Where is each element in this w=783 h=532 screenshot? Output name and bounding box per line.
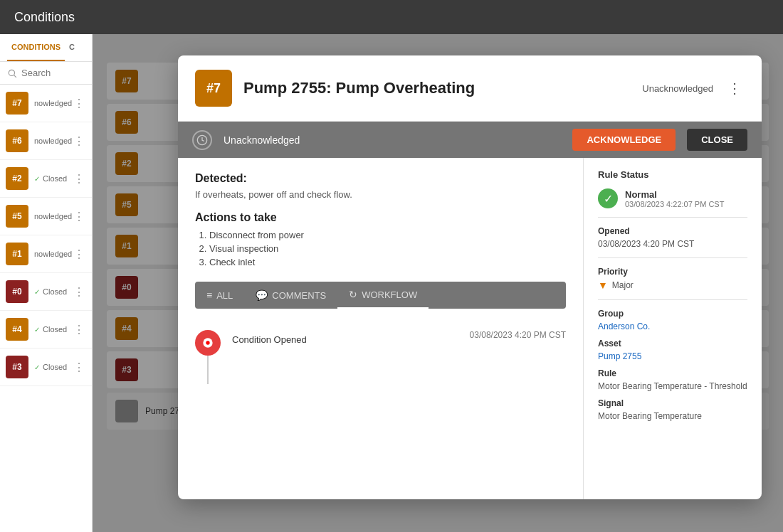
action-item: Check inlet [209,257,566,267]
condition-info: nowledged [34,250,66,258]
condition-badge: #3 [6,356,28,378]
list-item[interactable]: #0 ✓ Closed ⋮ [0,273,92,311]
priority-label: Priority [598,267,747,277]
condition-badge: #1 [6,243,28,265]
search-input[interactable] [21,68,78,78]
top-bar: Conditions [0,0,783,34]
list-item[interactable]: #6 nowledged ⋮ [0,122,92,160]
timeline-item: Condition Opened 03/08/2023 4:20 PM CST [195,323,566,391]
action-item: Disconnect from power [209,230,566,240]
more-button[interactable]: ⋮ [72,321,86,338]
timeline-icon-wrap [195,330,221,384]
condition-info: nowledged [34,137,66,145]
group-label: Group [598,309,747,319]
acknowledge-button[interactable]: ACKNOWLEDGE [572,129,676,151]
condition-status: ✓ Closed [34,325,66,334]
condition-status: nowledged [34,212,66,220]
condition-info: ✓ Closed [34,325,66,334]
main-area: CONDITIONS C #7 nowledged ⋮ #6 nowledg [0,34,783,532]
list-item[interactable]: #4 ✓ Closed ⋮ [0,311,92,349]
condition-info: nowledged [34,99,66,107]
tab-workflow[interactable]: ↻ WORKFLOW [337,282,429,309]
close-button[interactable]: CLOSE [687,129,747,151]
list-item[interactable]: #7 nowledged ⋮ [0,85,92,122]
list-item[interactable]: #3 ✓ Closed ⋮ [0,349,92,386]
detected-description: If overheats, power off and check flow. [195,189,566,200]
sidebar-tabs: CONDITIONS C [0,34,92,62]
rule-label: Rule [598,368,747,378]
condition-badge: #6 [6,129,28,152]
condition-list: #7 nowledged ⋮ #6 nowledged ⋮ #2 ✓ Close… [0,85,92,532]
timeline: Condition Opened 03/08/2023 4:20 PM CST [195,323,566,391]
rule-status-row: ✓ Normal 03/08/2023 4:22:07 PM CST [598,188,747,208]
tab-all[interactable]: ≡ ALL [195,282,244,309]
condition-info: ✓ Closed [34,287,66,296]
condition-badge: #2 [6,167,28,190]
modal-right-panel: Rule Status ✓ Normal 03/08/2023 4:22:07 … [584,158,762,499]
group-link[interactable]: Anderson Co. [598,321,747,331]
modal-left-panel: Detected: If overheats, power off and ch… [178,158,584,499]
condition-status: nowledged [34,137,66,145]
more-button[interactable]: ⋮ [72,208,86,225]
modal-header-status: Unacknowledged [642,83,713,94]
priority-value: Major [612,280,634,290]
tab-conditions[interactable]: CONDITIONS [7,34,65,61]
timeline-time: 03/08/2023 4:20 PM CST [466,330,566,340]
timeline-icon [195,330,221,356]
more-button[interactable]: ⋮ [72,133,86,149]
condition-badge: #5 [6,205,28,228]
modal-title: Pump 2755: Pump Overheating [243,79,631,97]
status-icon [192,130,212,150]
opened-value: 03/08/2023 4:20 PM CST [598,239,747,249]
detected-label: Detected: [195,172,566,185]
actions-list: Disconnect from power Visual inspection … [195,230,566,267]
rule-status-date: 03/08/2023 4:22:07 PM CST [625,200,724,208]
tab-workflow-label: WORKFLOW [362,289,417,300]
more-button[interactable]: ⋮ [72,359,86,376]
list-item[interactable]: #2 ✓ Closed ⋮ [0,160,92,198]
tab-other[interactable]: C [65,34,79,61]
modal-header: #7 Pump 2755: Pump Overheating Unacknowl… [178,55,762,122]
signal-label: Signal [598,398,747,408]
action-item: Visual inspection [209,243,566,254]
asset-link[interactable]: Pump 2755 [598,351,747,361]
more-button[interactable]: ⋮ [72,95,86,112]
condition-info: ✓ Closed [34,174,66,183]
condition-badge: #4 [6,318,28,341]
more-button[interactable]: ⋮ [72,171,86,187]
tab-comments[interactable]: 💬 COMMENTS [244,282,337,309]
right-area: + #7 Unacknowledged ⋮ #6 nowledged ⋮ #2 … [93,34,783,532]
divider [598,257,747,258]
modal-badge: #7 [195,70,232,107]
comment-icon: 💬 [256,289,268,301]
rule-status-title: Rule Status [598,169,747,180]
actions-title: Actions to take [195,211,566,224]
rule-value: Motor Bearing Temperature - Threshold [598,381,747,391]
list-item[interactable]: #5 nowledged ⋮ [0,198,92,235]
list-item[interactable]: #1 nowledged ⋮ [0,235,92,273]
condition-status: ✓ Closed [34,363,66,371]
list-icon: ≡ [206,289,212,301]
priority-row: ▼ Major [598,280,747,291]
modal-more-button[interactable]: ⋮ [725,77,745,100]
signal-value: Motor Bearing Temperature [598,411,747,421]
tab-comments-label: COMMENTS [272,290,326,301]
asset-label: Asset [598,339,747,349]
divider [598,217,747,218]
rule-status-normal: Normal [625,189,724,200]
svg-point-0 [9,70,14,75]
tab-all-label: ALL [216,290,233,301]
timeline-event: Condition Opened [232,334,466,345]
condition-status: ✓ Closed [34,174,66,183]
timeline-content: Condition Opened [232,330,466,345]
rule-status-info: Normal 03/08/2023 4:22:07 PM CST [625,189,724,208]
condition-status: nowledged [34,99,66,107]
condition-badge: #7 [6,92,28,115]
more-button[interactable]: ⋮ [72,246,86,262]
workflow-icon: ↻ [349,289,357,300]
divider [598,299,747,300]
modal-tabs: ≡ ALL 💬 COMMENTS ↻ WORKFLOW [195,282,566,309]
more-button[interactable]: ⋮ [72,284,86,300]
green-check-icon: ✓ [598,188,618,208]
timeline-row: Condition Opened 03/08/2023 4:20 PM CST [232,330,566,345]
